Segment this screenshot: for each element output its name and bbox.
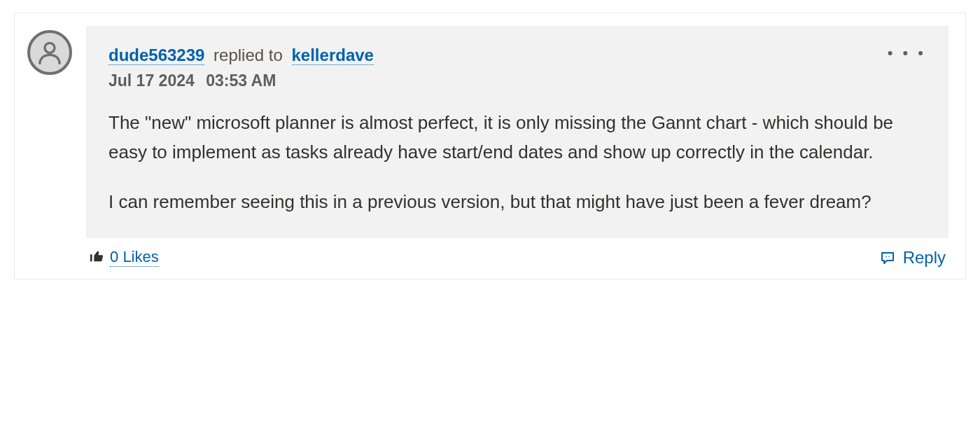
- svg-point-0: [45, 43, 55, 53]
- comment-time: 03:53 AM: [206, 71, 276, 90]
- comment-body: dude563239 replied to kellerdave Jul 17 …: [86, 26, 948, 238]
- thumbs-up-icon: [89, 249, 104, 267]
- likes-count: 0: [110, 248, 118, 265]
- comment-message: The "new" microsoft planner is almost pe…: [108, 109, 926, 217]
- more-options-button[interactable]: • • •: [881, 44, 926, 62]
- likes-count-link[interactable]: 0 Likes: [110, 248, 159, 267]
- likes-label: Likes: [122, 248, 158, 265]
- svg-point-2: [888, 256, 890, 258]
- person-icon: [36, 39, 64, 67]
- comment-footer: 0 Likes Reply: [86, 238, 948, 268]
- svg-point-1: [886, 256, 887, 258]
- comment-date: Jul 17 2024: [108, 71, 195, 90]
- ellipsis-icon: • • •: [888, 44, 926, 62]
- message-paragraph: I can remember seeing this in a previous…: [108, 188, 926, 217]
- byline: dude563239 replied to kellerdave: [108, 44, 881, 66]
- reply-icon: [879, 249, 896, 266]
- replied-to-text: replied to: [214, 46, 283, 64]
- reply-button[interactable]: Reply: [879, 248, 946, 268]
- avatar[interactable]: [27, 30, 72, 75]
- target-user-link[interactable]: kellerdave: [292, 46, 374, 65]
- reply-label: Reply: [903, 248, 946, 268]
- avatar-wrap: [27, 26, 72, 75]
- message-paragraph: The "new" microsoft planner is almost pe…: [108, 109, 926, 167]
- comment-main: dude563239 replied to kellerdave Jul 17 …: [86, 26, 948, 268]
- author-link[interactable]: dude563239: [108, 46, 204, 65]
- comment-card: dude563239 replied to kellerdave Jul 17 …: [14, 13, 966, 279]
- likes-button[interactable]: 0 Likes: [89, 248, 159, 267]
- meta-row: dude563239 replied to kellerdave Jul 17 …: [108, 44, 926, 90]
- comment-inner: dude563239 replied to kellerdave Jul 17 …: [27, 26, 948, 268]
- meta-left: dude563239 replied to kellerdave Jul 17 …: [108, 44, 881, 90]
- timestamp: Jul 17 2024 03:53 AM: [108, 71, 881, 90]
